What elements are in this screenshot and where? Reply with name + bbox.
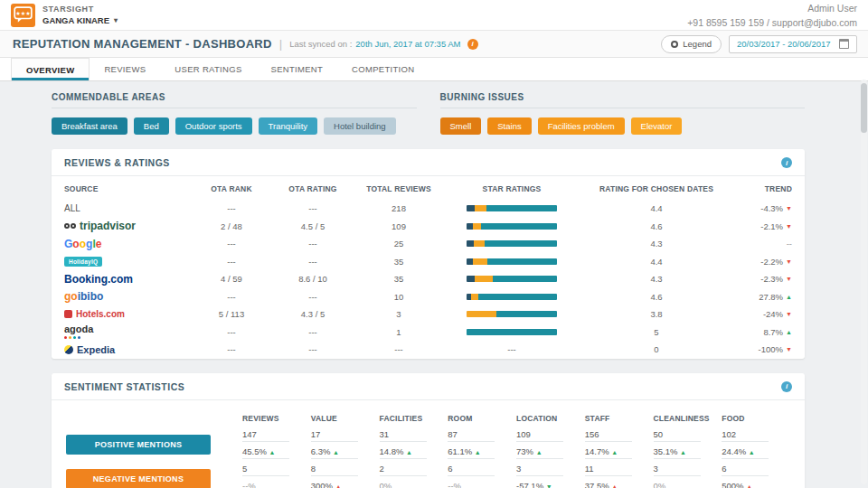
positive-count: 87: [448, 429, 516, 442]
chosen-dates-rating: 4.4: [580, 203, 733, 213]
property-selector[interactable]: GANGA KINARE ▾: [42, 15, 118, 25]
user-name[interactable]: Admin User: [687, 3, 857, 14]
positive-change: 35.1% ▲: [654, 446, 722, 459]
stacked-bar: [467, 276, 557, 282]
ota-rank-value: ---: [191, 344, 272, 354]
trend-value: 27.8%▲: [733, 292, 792, 302]
stacked-bar: [467, 205, 557, 211]
positive-count: 102: [722, 429, 790, 442]
up-arrow-icon: ▲: [406, 449, 412, 455]
down-arrow-icon: ▼: [786, 311, 792, 317]
up-arrow-icon: ▲: [786, 294, 792, 300]
tab-reviews[interactable]: REVIEWS: [90, 58, 160, 80]
source-logo[interactable]: goibibo: [64, 290, 191, 303]
burning-pill-stains[interactable]: Stains: [487, 117, 531, 135]
column-header-trend: TREND: [733, 184, 792, 193]
positive-change: 14.7% ▲: [585, 446, 654, 459]
positive-mentions-button[interactable]: POSITIVE MENTIONS: [66, 435, 211, 455]
commendable-pill-hotel-building[interactable]: Hotel building: [324, 117, 396, 135]
reviews-info-icon[interactable]: i: [781, 157, 792, 168]
positive-change: 6.3% ▲: [311, 446, 380, 459]
source-logo[interactable]: Google: [64, 238, 191, 250]
commendable-pill-outdoor-sports[interactable]: Outdoor sports: [175, 117, 252, 135]
commendable-areas-title: COMMENDABLE AREAS: [52, 92, 417, 108]
review-source-row: ALL------2184.4-4.3%▼: [52, 200, 805, 218]
burning-issues-title: BURNING ISSUES: [440, 92, 806, 108]
reviews-ratings-table: SOURCEOTA RANKOTA RATINGTOTAL REVIEWSSTA…: [52, 178, 805, 359]
total-reviews-value: 218: [354, 203, 444, 213]
ota-rank-value: 4 / 59: [191, 274, 272, 284]
source-logo[interactable]: Booking.com: [64, 273, 191, 286]
stacked-bar: [467, 329, 557, 335]
review-source-row: Hotels.com5 / 1134.3 / 533.8-24%▼: [52, 305, 805, 324]
positive-count: 109: [516, 429, 585, 442]
support-contact: +91 8595 159 159 / support@djubo.com: [687, 17, 857, 28]
source-logo[interactable]: ALL: [64, 203, 191, 213]
expedia-icon: [64, 345, 73, 354]
header-actions: Legend 20/03/2017 - 20/06/2017: [661, 35, 857, 53]
sentiment-title: SENTIMENT STATISTICS: [64, 381, 184, 392]
brand-block: ★★★ STARSIGHT GANGA KINARE ▾: [11, 4, 118, 27]
ota-rating-value: 4.3 / 5: [272, 309, 354, 319]
date-range-picker[interactable]: 20/03/2017 - 20/06/2017: [729, 35, 857, 53]
legend-icon: [671, 41, 678, 48]
sentiment-column-header-location: LOCATION: [516, 414, 585, 427]
tab-sentiment[interactable]: SENTIMENT: [257, 58, 338, 80]
burning-pill-smell[interactable]: Smell: [440, 117, 482, 135]
negative-count: 6: [448, 464, 516, 476]
tab-user-ratings[interactable]: USER RATINGS: [160, 58, 256, 80]
commendable-pill-breakfast-area[interactable]: Breakfast area: [52, 117, 127, 135]
ota-rating-value: ---: [272, 344, 354, 354]
sentiment-info-icon[interactable]: i: [781, 381, 792, 392]
positive-change: 14.8% ▲: [380, 446, 448, 459]
star-ratings-bar: [444, 329, 580, 335]
total-reviews-value: 10: [354, 292, 444, 302]
sync-info-icon[interactable]: i: [467, 39, 478, 50]
source-logo[interactable]: tripadvisor: [64, 220, 191, 232]
negative-change: 0%: [654, 481, 722, 488]
column-header-rating-for-chosen-dates: RATING FOR CHOSEN DATES: [580, 184, 733, 193]
up-arrow-icon: ▲: [335, 483, 342, 488]
burning-pill-facilities-problem[interactable]: Facilities problem: [538, 117, 625, 135]
total-reviews-value: ---: [354, 344, 444, 354]
source-logo[interactable]: Expedia: [64, 344, 191, 355]
star-ratings-bar: [444, 240, 580, 247]
scrollbar[interactable]: [861, 80, 867, 484]
ota-rank-value: ---: [191, 239, 272, 249]
ota-rating-value: 4.5 / 5: [272, 221, 354, 231]
review-source-row: Google------254.3--: [52, 235, 805, 253]
source-logo[interactable]: Hotels.com: [64, 309, 191, 319]
ota-rating-value: ---: [272, 292, 354, 302]
stacked-bar: [467, 223, 557, 230]
down-arrow-icon: ▼: [546, 483, 552, 488]
commendable-pill-bed[interactable]: Bed: [134, 117, 169, 135]
negative-count: 6: [722, 464, 790, 476]
tab-bar: OVERVIEWREVIEWSUSER RATINGSSENTIMENTCOMP…: [0, 58, 868, 81]
top-bar: ★★★ STARSIGHT GANGA KINARE ▾ Admin User …: [0, 0, 868, 31]
burning-issues-section: BURNING ISSUES SmellStainsFacilities pro…: [440, 92, 806, 135]
down-arrow-icon: ▼: [786, 276, 792, 282]
legend-label: Legend: [683, 39, 712, 49]
legend-button[interactable]: Legend: [661, 35, 722, 53]
total-reviews-value: 35: [354, 257, 444, 267]
source-logo-text: Hotels.com: [76, 309, 125, 319]
trend-value: -2.1%▼: [733, 221, 792, 231]
commendable-pill-tranquility[interactable]: Tranquility: [259, 117, 317, 135]
ota-rank-value: ---: [191, 203, 272, 213]
trend-value: -100%▼: [733, 344, 792, 354]
areas-row: COMMENDABLE AREAS Breakfast areaBedOutdo…: [52, 92, 805, 135]
source-logo[interactable]: HolidayIQ: [64, 257, 191, 267]
trend-value: -4.3%▼: [733, 203, 792, 213]
negative-mentions-button[interactable]: NEGATIVE MENTIONS: [66, 469, 211, 488]
scrollbar-thumb[interactable]: [861, 83, 867, 133]
positive-count: 50: [654, 429, 722, 442]
negative-change: --%: [448, 481, 516, 488]
up-arrow-icon: ▲: [786, 329, 792, 335]
burning-pill-elevator[interactable]: Elevator: [631, 117, 683, 135]
up-arrow-icon: ▲: [475, 449, 481, 455]
user-block: Admin User +91 8595 159 159 / support@dj…: [687, 3, 857, 28]
source-logo[interactable]: agoda: [64, 324, 191, 339]
tab-competition[interactable]: COMPETITION: [337, 58, 429, 80]
tab-overview[interactable]: OVERVIEW: [11, 58, 90, 80]
chosen-dates-rating: 4.6: [580, 221, 733, 231]
